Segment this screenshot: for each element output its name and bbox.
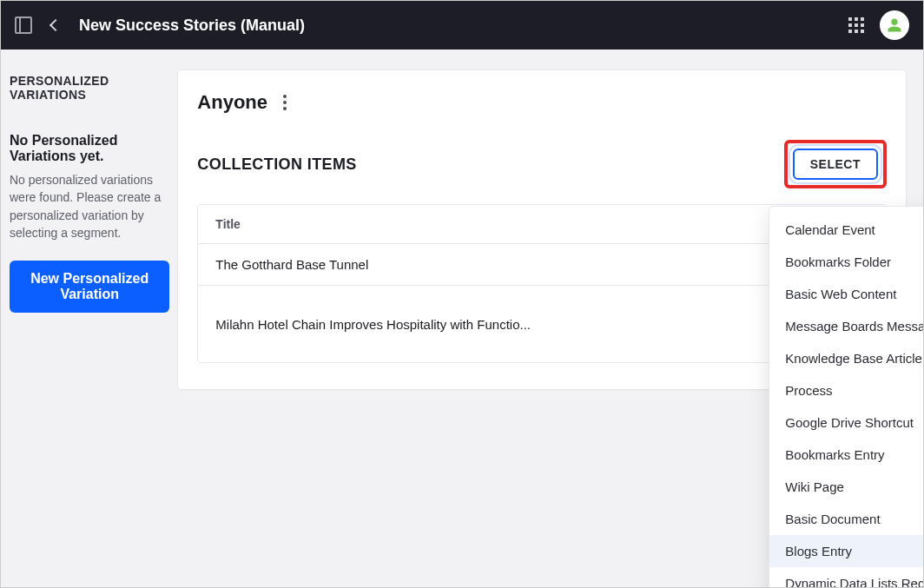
select-button[interactable]: SELECT: [793, 149, 878, 180]
back-button[interactable]: [50, 19, 62, 31]
dropdown-option[interactable]: Calendar Event: [769, 214, 924, 246]
dropdown-option[interactable]: Wiki Page: [769, 471, 924, 503]
new-personalized-variation-button[interactable]: New Personalized Variation: [10, 261, 169, 313]
dropdown-option[interactable]: Google Drive Shortcut: [769, 406, 924, 439]
dropdown-option[interactable]: Blogs Entry: [769, 535, 924, 567]
select-button-highlight: SELECT: [784, 140, 887, 188]
dropdown-option[interactable]: Knowledge Base Article: [769, 342, 924, 374]
collection-card: Anyone COLLECTION ITEMS SELECT Title The…: [178, 70, 906, 389]
sidebar: PERSONALIZED VARIATIONS No Personalized …: [1, 50, 178, 587]
dropdown-option[interactable]: Bookmarks Folder: [769, 246, 924, 278]
dropdown-option[interactable]: Process: [769, 374, 924, 406]
apps-grid-icon[interactable]: [848, 17, 864, 33]
user-avatar[interactable]: [880, 10, 909, 40]
top-bar: New Success Stories (Manual): [1, 1, 923, 50]
section-title: COLLECTION ITEMS: [197, 155, 356, 174]
dropdown-option[interactable]: Basic Document: [769, 503, 924, 535]
dropdown-option[interactable]: Message Boards Message: [769, 310, 924, 342]
sidebar-empty-title: No Personalized Variations yet.: [10, 133, 169, 164]
user-icon: [887, 17, 902, 33]
audience-title: Anyone: [197, 91, 267, 114]
audience-kebab-menu[interactable]: [280, 91, 290, 114]
dropdown-option[interactable]: Dynamic Data Lists Record: [769, 567, 924, 588]
page-title: New Success Stories (Manual): [79, 17, 305, 35]
sidebar-empty-description: No personalized variations were found. P…: [10, 171, 169, 241]
dropdown-option[interactable]: Basic Web Content: [769, 278, 924, 310]
table-header-title: Title: [215, 217, 241, 231]
row-title: The Gotthard Base Tunnel: [215, 257, 826, 272]
dropdown-option[interactable]: Bookmarks Entry: [769, 439, 924, 471]
panel-toggle-icon[interactable]: [15, 17, 32, 34]
main-content: Anyone COLLECTION ITEMS SELECT Title The…: [178, 50, 923, 587]
content-type-dropdown[interactable]: Calendar EventBookmarks FolderBasic Web …: [769, 206, 924, 588]
sidebar-heading: PERSONALIZED VARIATIONS: [10, 74, 169, 102]
row-title: Milahn Hotel Chain Improves Hospitality …: [215, 317, 826, 332]
